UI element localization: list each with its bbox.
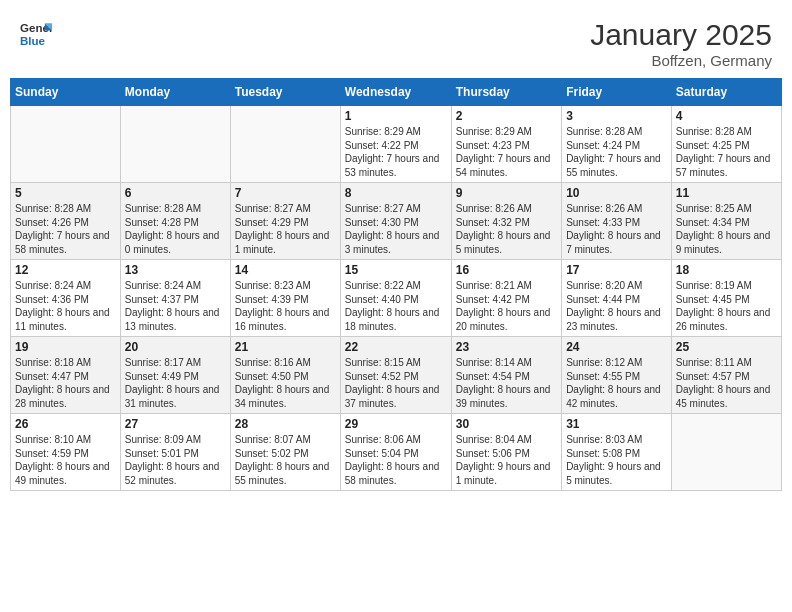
calendar-day-cell: 25Sunrise: 8:11 AM Sunset: 4:57 PM Dayli… [671, 337, 781, 414]
day-number: 19 [15, 340, 116, 354]
day-info: Sunrise: 8:18 AM Sunset: 4:47 PM Dayligh… [15, 356, 116, 410]
calendar-day-cell: 8Sunrise: 8:27 AM Sunset: 4:30 PM Daylig… [340, 183, 451, 260]
calendar-day-cell: 19Sunrise: 8:18 AM Sunset: 4:47 PM Dayli… [11, 337, 121, 414]
day-info: Sunrise: 8:26 AM Sunset: 4:32 PM Dayligh… [456, 202, 557, 256]
calendar-day-cell: 31Sunrise: 8:03 AM Sunset: 5:08 PM Dayli… [562, 414, 672, 491]
calendar-day-cell: 13Sunrise: 8:24 AM Sunset: 4:37 PM Dayli… [120, 260, 230, 337]
day-info: Sunrise: 8:28 AM Sunset: 4:26 PM Dayligh… [15, 202, 116, 256]
day-info: Sunrise: 8:24 AM Sunset: 4:37 PM Dayligh… [125, 279, 226, 333]
day-number: 17 [566, 263, 667, 277]
day-info: Sunrise: 8:14 AM Sunset: 4:54 PM Dayligh… [456, 356, 557, 410]
day-number: 27 [125, 417, 226, 431]
day-info: Sunrise: 8:19 AM Sunset: 4:45 PM Dayligh… [676, 279, 777, 333]
month-title: January 2025 [590, 18, 772, 52]
day-number: 13 [125, 263, 226, 277]
calendar-day-cell: 4Sunrise: 8:28 AM Sunset: 4:25 PM Daylig… [671, 106, 781, 183]
day-number: 1 [345, 109, 447, 123]
day-number: 28 [235, 417, 336, 431]
day-info: Sunrise: 8:04 AM Sunset: 5:06 PM Dayligh… [456, 433, 557, 487]
day-number: 9 [456, 186, 557, 200]
day-info: Sunrise: 8:24 AM Sunset: 4:36 PM Dayligh… [15, 279, 116, 333]
calendar-day-cell: 1Sunrise: 8:29 AM Sunset: 4:22 PM Daylig… [340, 106, 451, 183]
day-number: 31 [566, 417, 667, 431]
weekday-header-wednesday: Wednesday [340, 79, 451, 106]
day-number: 24 [566, 340, 667, 354]
day-info: Sunrise: 8:29 AM Sunset: 4:23 PM Dayligh… [456, 125, 557, 179]
day-number: 16 [456, 263, 557, 277]
calendar-day-cell: 28Sunrise: 8:07 AM Sunset: 5:02 PM Dayli… [230, 414, 340, 491]
day-number: 30 [456, 417, 557, 431]
day-info: Sunrise: 8:15 AM Sunset: 4:52 PM Dayligh… [345, 356, 447, 410]
calendar-day-cell: 11Sunrise: 8:25 AM Sunset: 4:34 PM Dayli… [671, 183, 781, 260]
day-info: Sunrise: 8:06 AM Sunset: 5:04 PM Dayligh… [345, 433, 447, 487]
day-number: 12 [15, 263, 116, 277]
calendar-day-cell: 12Sunrise: 8:24 AM Sunset: 4:36 PM Dayli… [11, 260, 121, 337]
day-info: Sunrise: 8:10 AM Sunset: 4:59 PM Dayligh… [15, 433, 116, 487]
calendar-day-cell: 26Sunrise: 8:10 AM Sunset: 4:59 PM Dayli… [11, 414, 121, 491]
weekday-header-saturday: Saturday [671, 79, 781, 106]
day-number: 18 [676, 263, 777, 277]
day-info: Sunrise: 8:12 AM Sunset: 4:55 PM Dayligh… [566, 356, 667, 410]
day-number: 10 [566, 186, 667, 200]
day-number: 5 [15, 186, 116, 200]
weekday-header-thursday: Thursday [451, 79, 561, 106]
calendar-day-cell: 10Sunrise: 8:26 AM Sunset: 4:33 PM Dayli… [562, 183, 672, 260]
day-number: 15 [345, 263, 447, 277]
calendar-day-cell: 5Sunrise: 8:28 AM Sunset: 4:26 PM Daylig… [11, 183, 121, 260]
logo-icon: General Blue [20, 18, 52, 50]
logo: General Blue [20, 18, 52, 50]
calendar-day-cell: 3Sunrise: 8:28 AM Sunset: 4:24 PM Daylig… [562, 106, 672, 183]
weekday-header-sunday: Sunday [11, 79, 121, 106]
calendar-day-cell [120, 106, 230, 183]
calendar-day-cell: 6Sunrise: 8:28 AM Sunset: 4:28 PM Daylig… [120, 183, 230, 260]
calendar-week-row: 5Sunrise: 8:28 AM Sunset: 4:26 PM Daylig… [11, 183, 782, 260]
day-info: Sunrise: 8:09 AM Sunset: 5:01 PM Dayligh… [125, 433, 226, 487]
calendar-day-cell: 2Sunrise: 8:29 AM Sunset: 4:23 PM Daylig… [451, 106, 561, 183]
day-number: 6 [125, 186, 226, 200]
day-number: 20 [125, 340, 226, 354]
calendar-day-cell: 15Sunrise: 8:22 AM Sunset: 4:40 PM Dayli… [340, 260, 451, 337]
day-number: 4 [676, 109, 777, 123]
calendar-week-row: 1Sunrise: 8:29 AM Sunset: 4:22 PM Daylig… [11, 106, 782, 183]
weekday-header-row: SundayMondayTuesdayWednesdayThursdayFrid… [11, 79, 782, 106]
svg-text:Blue: Blue [20, 35, 46, 47]
day-info: Sunrise: 8:29 AM Sunset: 4:22 PM Dayligh… [345, 125, 447, 179]
calendar-day-cell: 20Sunrise: 8:17 AM Sunset: 4:49 PM Dayli… [120, 337, 230, 414]
day-number: 11 [676, 186, 777, 200]
day-number: 7 [235, 186, 336, 200]
day-info: Sunrise: 8:28 AM Sunset: 4:28 PM Dayligh… [125, 202, 226, 256]
day-number: 21 [235, 340, 336, 354]
calendar-day-cell: 30Sunrise: 8:04 AM Sunset: 5:06 PM Dayli… [451, 414, 561, 491]
day-info: Sunrise: 8:20 AM Sunset: 4:44 PM Dayligh… [566, 279, 667, 333]
day-info: Sunrise: 8:27 AM Sunset: 4:29 PM Dayligh… [235, 202, 336, 256]
day-info: Sunrise: 8:03 AM Sunset: 5:08 PM Dayligh… [566, 433, 667, 487]
calendar-day-cell: 18Sunrise: 8:19 AM Sunset: 4:45 PM Dayli… [671, 260, 781, 337]
page-header: General Blue January 2025 Boffzen, Germa… [10, 10, 782, 74]
day-info: Sunrise: 8:07 AM Sunset: 5:02 PM Dayligh… [235, 433, 336, 487]
day-number: 2 [456, 109, 557, 123]
calendar-day-cell: 22Sunrise: 8:15 AM Sunset: 4:52 PM Dayli… [340, 337, 451, 414]
calendar-day-cell: 27Sunrise: 8:09 AM Sunset: 5:01 PM Dayli… [120, 414, 230, 491]
day-number: 23 [456, 340, 557, 354]
calendar-day-cell: 24Sunrise: 8:12 AM Sunset: 4:55 PM Dayli… [562, 337, 672, 414]
day-info: Sunrise: 8:17 AM Sunset: 4:49 PM Dayligh… [125, 356, 226, 410]
day-info: Sunrise: 8:28 AM Sunset: 4:24 PM Dayligh… [566, 125, 667, 179]
day-info: Sunrise: 8:23 AM Sunset: 4:39 PM Dayligh… [235, 279, 336, 333]
weekday-header-friday: Friday [562, 79, 672, 106]
day-info: Sunrise: 8:11 AM Sunset: 4:57 PM Dayligh… [676, 356, 777, 410]
calendar-week-row: 12Sunrise: 8:24 AM Sunset: 4:36 PM Dayli… [11, 260, 782, 337]
calendar-day-cell: 23Sunrise: 8:14 AM Sunset: 4:54 PM Dayli… [451, 337, 561, 414]
location: Boffzen, Germany [590, 52, 772, 69]
calendar-day-cell: 9Sunrise: 8:26 AM Sunset: 4:32 PM Daylig… [451, 183, 561, 260]
day-info: Sunrise: 8:16 AM Sunset: 4:50 PM Dayligh… [235, 356, 336, 410]
day-info: Sunrise: 8:26 AM Sunset: 4:33 PM Dayligh… [566, 202, 667, 256]
day-number: 3 [566, 109, 667, 123]
calendar-day-cell: 21Sunrise: 8:16 AM Sunset: 4:50 PM Dayli… [230, 337, 340, 414]
weekday-header-tuesday: Tuesday [230, 79, 340, 106]
calendar-day-cell [671, 414, 781, 491]
calendar-day-cell [11, 106, 121, 183]
day-info: Sunrise: 8:27 AM Sunset: 4:30 PM Dayligh… [345, 202, 447, 256]
calendar-table: SundayMondayTuesdayWednesdayThursdayFrid… [10, 78, 782, 491]
day-number: 22 [345, 340, 447, 354]
calendar-week-row: 26Sunrise: 8:10 AM Sunset: 4:59 PM Dayli… [11, 414, 782, 491]
